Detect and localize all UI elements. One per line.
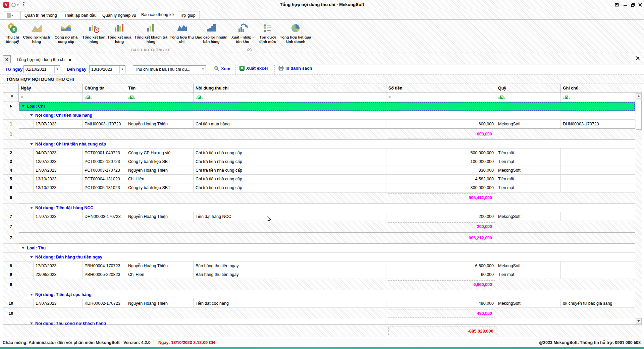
table-row[interactable]: 613/10/2023PCT00005-131023Công ty bánh k… <box>3 183 635 192</box>
ribbon-button-bao-cao-loi-nhuan[interactable]: Báo cáo lợi nhuận bán hàng <box>194 21 229 44</box>
cell-2[interactable]: PBH00004-170723 <box>83 261 126 270</box>
close-tab-icon[interactable] <box>68 58 71 61</box>
collapse-group-icon[interactable] <box>22 247 24 249</box>
column-header-4[interactable]: Nội dung thu chi <box>194 84 386 93</box>
subtotal-row[interactable]: 1600,000 <box>3 128 635 140</box>
group-header-content[interactable]: Nội dung: Chi tiền mua hàng <box>27 111 635 120</box>
from-date-input[interactable]: 01/10/2021 ▼ <box>23 65 60 73</box>
cell-4[interactable]: Bán hàng thu tiền ngay <box>194 270 386 279</box>
column-header-3[interactable]: Tên <box>126 84 194 93</box>
equals-filter-icon[interactable]: = <box>388 95 391 100</box>
cell-7[interactable]: DHN00003-170723 <box>561 120 635 128</box>
abc-filter-icon[interactable]: aBc <box>563 96 570 99</box>
cell-2[interactable]: PCT00002-120723 <box>83 157 126 166</box>
cell-3[interactable]: Chị Hiền <box>126 270 194 279</box>
group-header-content[interactable]: Nội dung: Tiền đặt cọc hàng <box>27 290 635 299</box>
cell-5[interactable]: 100,000,000 <box>386 157 496 166</box>
close-button[interactable] <box>637 2 643 7</box>
cell-3[interactable]: Nguyễn Hoàng Thiện <box>126 299 194 308</box>
group-header-content[interactable]: Nội dung: Tiền đặt hàng NCC <box>27 203 635 212</box>
cell-2[interactable]: PMH00003-170723 <box>83 120 126 128</box>
fullscreen-button[interactable] <box>614 2 620 7</box>
cell-5[interactable]: 490,000 <box>386 299 496 308</box>
cell-1[interactable]: 22/08/2023 <box>33 270 83 279</box>
table-row[interactable]: 1017/07/2023KDH00002-170723Nguyễn Hoàng … <box>3 299 635 308</box>
cell-1[interactable]: 17/07/2023 <box>33 299 83 308</box>
menu-tab-quan-tri-he-thong[interactable]: Quản trị hệ thống <box>20 11 61 19</box>
group-row-level1[interactable]: Loại: Thu <box>3 244 635 253</box>
cell-5[interactable]: 600,000 <box>386 120 496 128</box>
cell-6[interactable]: MekongSoft <box>496 212 561 221</box>
cell-1[interactable]: 13/10/2023 <box>33 175 83 183</box>
scroll-up-button[interactable] <box>636 93 642 99</box>
cell-4[interactable]: Chi trả tiền nhà cung cấp <box>194 157 386 166</box>
filter-cell-1[interactable]: = <box>19 93 83 102</box>
menu-tab-tro-giup[interactable]: Trợ giúp <box>175 11 200 19</box>
ribbon-button-cong-no-nha-cung-cap[interactable]: Công nợ nhà cung cấp <box>51 21 81 44</box>
subtotal-row[interactable]: 7200,000 <box>3 221 635 232</box>
cell-5[interactable]: 300,000,000 <box>386 183 496 192</box>
close-all-tabs-button[interactable] <box>3 55 11 63</box>
menu-tab-thiet-lap-ban-dau[interactable]: Thiết lập ban đầu <box>60 11 101 19</box>
chevron-down-icon[interactable]: ▼ <box>54 66 60 73</box>
cell-5[interactable]: 6,600,000 <box>386 261 496 270</box>
chevron-down-icon[interactable]: ▼ <box>200 66 206 73</box>
group-header-content[interactable]: Nội dung: Thu công nợ khách hàng <box>27 319 635 325</box>
collapse-group-icon[interactable] <box>22 105 24 107</box>
cell-4[interactable]: Chi tiền mua hàng <box>194 120 386 128</box>
cell-3[interactable]: Công ty CP Hương việt <box>126 149 194 157</box>
filter-cell-6[interactable]: aBc <box>496 93 561 102</box>
ribbon-button-tong-ket-mua-hang[interactable]: Tổng kết mua hàng <box>107 21 132 44</box>
cell-5[interactable]: 830,000 <box>386 166 496 175</box>
view-button[interactable]: Xem <box>214 66 230 71</box>
cell-2[interactable]: KDH00002-170723 <box>83 299 126 308</box>
abc-filter-icon[interactable]: aBc <box>85 96 92 99</box>
column-header-7[interactable]: Ghi chú <box>561 84 635 93</box>
collapse-group-icon[interactable] <box>30 207 33 209</box>
cell-1[interactable]: 13/10/2023 <box>33 183 83 192</box>
cell-4[interactable]: Tiền đặt hàng NCC <box>194 212 386 221</box>
ribbon-button-ton-duoi-dinh-muc[interactable]: Tồn dưới định mức <box>256 21 279 44</box>
menu-tab-quan-ly-nghiep-vu[interactable]: Quản lý nghiệp vụ <box>98 11 141 19</box>
scrollbar-thumb[interactable] <box>636 100 642 130</box>
cell-1[interactable]: 17/07/2023 <box>33 261 83 270</box>
table-row[interactable]: 922/08/2023PBH00005-220823Chị HiềnBán hà… <box>3 270 635 279</box>
cell-6[interactable]: Tiền mặt <box>496 183 561 192</box>
close-document-button[interactable] <box>636 56 640 61</box>
cell-2[interactable]: PCT00004-131023 <box>83 175 126 183</box>
abc-filter-icon[interactable]: aBc <box>128 96 135 99</box>
abc-filter-icon[interactable]: aBc <box>196 96 203 99</box>
filter-cell-7[interactable]: aBc <box>561 93 635 102</box>
cell-6[interactable]: MekongSoft <box>496 299 561 308</box>
group-header-content[interactable]: Nội dung: Bán hàng thu tiền ngay <box>27 253 635 261</box>
filter-cell-2[interactable]: aBc <box>83 93 126 102</box>
ribbon-button-thu-chi-ton-quy[interactable]: €$ Thu chi tồn quỹ <box>3 21 22 44</box>
cell-6[interactable]: MekongSoft <box>496 120 561 128</box>
export-excel-button[interactable]: Xuất excel <box>239 66 268 71</box>
table-row[interactable]: 513/10/2023PCT00004-131023Chị HiềnChi tr… <box>3 175 635 183</box>
restore-button[interactable] <box>630 2 636 7</box>
table-row[interactable]: 117/07/2023PMH00003-170723Nguyễn Hoàng T… <box>3 120 635 128</box>
ribbon-button-tong-ket-ban-hang[interactable]: Tổng kết bán hàng <box>81 21 107 44</box>
ribbon-button-cong-no-khach-hang[interactable]: Công nợ khách hàng <box>22 21 51 44</box>
group-row-level2[interactable]: Nội dung: Thu công nợ khách hàng <box>3 319 635 325</box>
cell-1[interactable]: 17/07/2023 <box>33 166 83 175</box>
cell-4[interactable]: Chi trả tiền nhà cung cấp <box>194 183 386 192</box>
cell-2[interactable]: PCT00001-040723 <box>83 149 126 157</box>
cell-3[interactable]: Nguyễn Hoàng Thiện <box>126 166 194 175</box>
minimize-button[interactable] <box>622 2 628 7</box>
cell-3[interactable]: Công ty bánh kẹo SBT <box>126 157 194 166</box>
subtotal-row[interactable]: 7906,212,000 <box>3 232 635 244</box>
subtotal-row[interactable]: 10490,000 <box>3 308 635 319</box>
group-header-content[interactable]: Nội dung: Chi trả tiền nhà cung cấp <box>27 140 635 149</box>
group-row-level2[interactable]: Nội dung: Tiền đặt cọc hàng <box>3 290 635 299</box>
filter-cell-5[interactable]: = <box>386 93 496 102</box>
table-row[interactable]: 204/07/2023PCT00001-040723Công ty CP Hươ… <box>3 149 635 157</box>
table-row[interactable]: 817/07/2023PBH00004-170723Nguyễn Hoàng T… <box>3 261 635 270</box>
cell-7[interactable]: ok chuyển từ báo giá sang <box>561 299 635 308</box>
cell-3[interactable]: Nguyễn Hoàng Thiện <box>126 212 194 221</box>
cell-6[interactable]: Tiền mặt <box>496 270 561 279</box>
cell-6[interactable]: Tiền mặt <box>496 175 561 183</box>
cell-5[interactable]: 500,000,000 <box>386 149 496 157</box>
abc-filter-icon[interactable]: aBc <box>498 96 505 99</box>
